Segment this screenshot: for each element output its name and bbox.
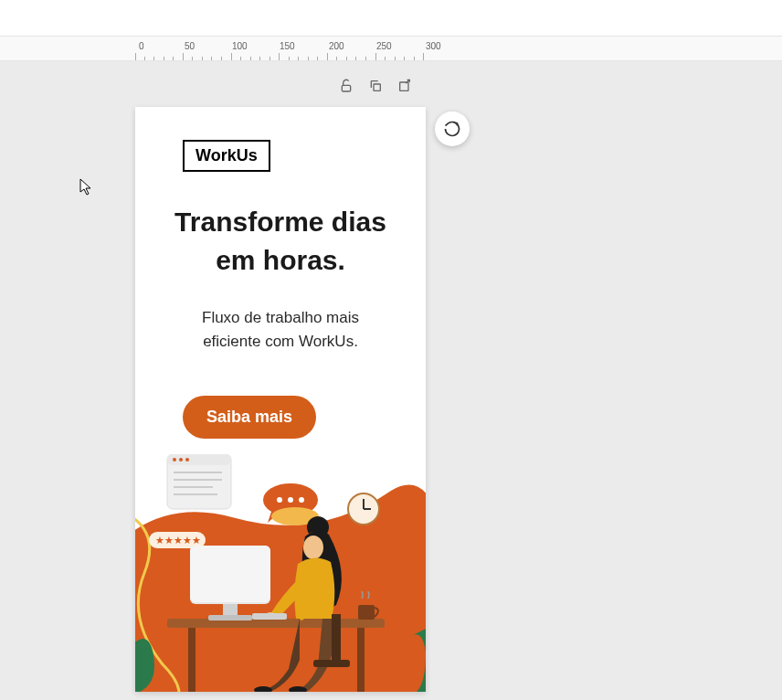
svg-point-7 (185, 458, 189, 461)
illustration: ★★★★★ (135, 454, 426, 692)
ruler-mark: 150 (280, 41, 295, 51)
svg-rect-4 (167, 454, 231, 465)
svg-point-15 (299, 497, 304, 503)
ruler-mark: 300 (426, 41, 441, 51)
svg-rect-2 (400, 82, 408, 90)
ruler-mark: 0 (139, 41, 144, 51)
ruler-mark: 100 (232, 41, 248, 51)
svg-rect-36 (332, 614, 341, 664)
svg-point-13 (277, 497, 282, 503)
svg-rect-37 (313, 660, 350, 667)
svg-rect-38 (252, 613, 287, 620)
unlock-icon[interactable] (338, 78, 354, 94)
ruler-mark: 50 (185, 41, 195, 51)
refresh-button[interactable] (435, 111, 470, 146)
artboard-toolbar (338, 78, 413, 94)
svg-point-14 (288, 497, 293, 503)
svg-rect-28 (208, 615, 252, 620)
top-bar (0, 0, 782, 37)
svg-rect-29 (358, 605, 375, 620)
svg-point-5 (173, 458, 176, 461)
svg-rect-27 (223, 604, 238, 617)
cta-button[interactable]: Saiba mais (183, 396, 316, 439)
logo-text: WorkUs (196, 146, 258, 164)
svg-rect-22 (167, 619, 385, 628)
svg-point-32 (303, 536, 323, 559)
artboard[interactable]: WorkUs Transforme dias em horas. Fluxo d… (135, 107, 426, 692)
svg-rect-1 (374, 84, 380, 90)
svg-point-6 (179, 458, 183, 461)
refresh-icon (443, 120, 461, 138)
ruler: 0 50 100 150 200 250 300 (0, 37, 782, 61)
ruler-mark: 250 (376, 41, 392, 51)
export-icon[interactable] (396, 78, 413, 94)
copy-icon[interactable] (367, 78, 384, 94)
svg-rect-0 (342, 85, 350, 91)
svg-rect-24 (357, 628, 365, 692)
canvas-area[interactable]: WorkUs Transforme dias em horas. Fluxo d… (0, 61, 782, 700)
ruler-mark: 200 (329, 41, 344, 51)
subtext: Fluxo de trabalho mais eficiente com Wor… (135, 306, 426, 353)
svg-text:★★★★★: ★★★★★ (155, 535, 201, 546)
cursor-icon (79, 178, 94, 196)
svg-rect-23 (188, 628, 196, 692)
logo: WorkUs (183, 140, 270, 172)
svg-rect-26 (190, 546, 270, 602)
headline: Transforme dias em horas. (135, 203, 426, 280)
